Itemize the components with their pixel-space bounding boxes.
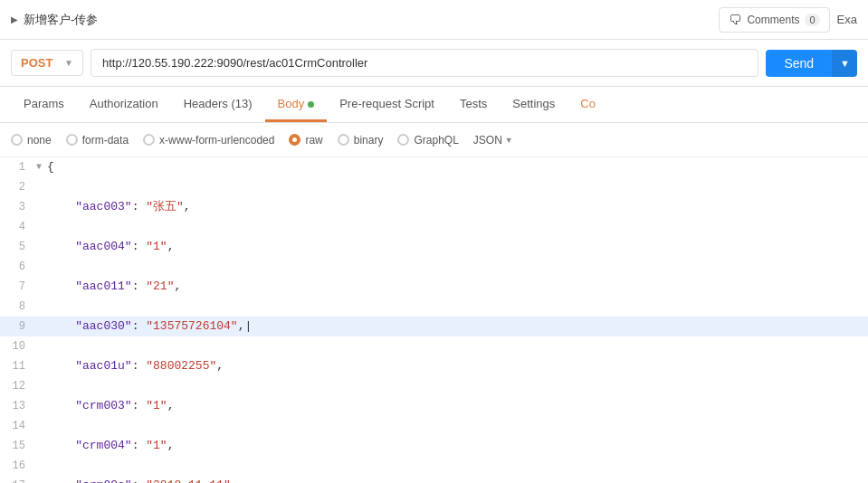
line-content-13: "crm003": "1", — [43, 396, 868, 416]
tab-tests[interactable]: Tests — [447, 88, 500, 122]
radio-raw[interactable]: raw — [289, 134, 322, 147]
json-colon: : — [132, 478, 147, 483]
line-number-6: 6 — [0, 257, 33, 277]
json-value: "13575726104" — [146, 319, 237, 333]
code-line-6: 6 — [0, 257, 868, 277]
line-content-3: "aac003": "张五", — [43, 197, 868, 217]
json-colon: : — [132, 279, 147, 293]
comments-label: Comments — [747, 14, 799, 26]
json-value: "2018-11-11" — [146, 478, 231, 483]
line-content-17: "crm00a": "2018-11-11", — [43, 476, 868, 483]
code-line-4: 4 — [0, 217, 868, 237]
code-line-12: 12 — [0, 376, 868, 396]
line-number-17: 17 — [0, 476, 33, 483]
comments-count-badge: 0 — [805, 14, 819, 26]
line-number-14: 14 — [0, 416, 33, 436]
code-line-5: 5 "aac004": "1", — [0, 237, 868, 257]
comments-icon: 🗨 — [729, 13, 741, 27]
json-format-dropdown[interactable]: JSON ▼ — [473, 134, 513, 147]
url-input[interactable] — [91, 49, 758, 77]
json-value: "1" — [146, 439, 167, 452]
tab-params[interactable]: Params — [11, 88, 77, 122]
tab-body[interactable]: Body — [265, 88, 328, 122]
radio-binary-label: binary — [354, 134, 384, 147]
radio-raw-circle — [289, 134, 300, 146]
code-line-14: 14 — [0, 416, 868, 436]
send-dropdown-button[interactable]: ▼ — [832, 50, 857, 77]
json-colon: : — [132, 240, 147, 253]
line-number-10: 10 — [0, 336, 33, 356]
line-content-11: "aac01u": "88002255", — [43, 356, 868, 376]
method-select[interactable]: POST ▼ — [11, 50, 83, 76]
code-line-9: 9 "aac030": "13575726104",| — [0, 317, 868, 336]
line-number-5: 5 — [0, 237, 33, 257]
radio-binary[interactable]: binary — [338, 134, 384, 147]
page-title: ▶ 新增客户-传参 — [11, 12, 98, 28]
line-toggle-1[interactable]: ▼ — [33, 157, 43, 177]
line-content-5: "aac004": "1", — [43, 237, 868, 257]
json-key: "aac011" — [75, 279, 131, 293]
code-editor[interactable]: 1▼{23 "aac003": "张五",45 "aac004": "1",67… — [0, 157, 868, 483]
line-number-1: 1 — [0, 157, 33, 177]
radio-urlencoded-circle — [143, 134, 155, 146]
json-value: "21" — [146, 279, 174, 293]
radio-form-data-label: form-data — [82, 134, 129, 147]
radio-form-data-circle — [66, 134, 78, 146]
code-line-16: 16 — [0, 456, 868, 476]
tab-body-label: Body — [278, 97, 305, 110]
code-line-11: 11 "aac01u": "88002255", — [0, 356, 868, 376]
radio-graphql-circle — [397, 134, 409, 146]
json-value: "88002255" — [146, 359, 216, 373]
line-number-13: 13 — [0, 396, 33, 416]
radio-none[interactable]: none — [11, 134, 52, 147]
code-line-7: 7 "aac011": "21", — [0, 277, 868, 297]
code-line-13: 13 "crm003": "1", — [0, 396, 868, 416]
tab-headers[interactable]: Headers (13) — [171, 88, 265, 122]
line-number-9: 9 — [0, 317, 33, 336]
json-value: "1" — [146, 399, 167, 412]
json-format-label: JSON — [473, 134, 502, 147]
radio-urlencoded[interactable]: x-www-form-urlencoded — [143, 134, 274, 147]
code-line-15: 15 "crm004": "1", — [0, 436, 868, 456]
code-line-17: 17 "crm00a": "2018-11-11", — [0, 476, 868, 483]
json-key: "aac030" — [75, 319, 131, 333]
code-line-3: 3 "aac003": "张五", — [0, 197, 868, 217]
line-content-1: { — [43, 157, 868, 177]
code-line-2: 2 — [0, 177, 868, 197]
method-chevron-icon: ▼ — [64, 58, 73, 68]
json-colon: : — [132, 399, 147, 412]
json-colon: : — [132, 200, 147, 213]
tab-co[interactable]: Co — [568, 88, 608, 122]
tabs-bar: Params Authorization Headers (13) Body P… — [0, 87, 868, 123]
url-bar: POST ▼ Send ▼ — [0, 40, 868, 87]
tab-settings[interactable]: Settings — [500, 88, 568, 122]
line-number-15: 15 — [0, 436, 33, 456]
json-key: "aac01u" — [75, 359, 131, 373]
body-options: none form-data x-www-form-urlencoded raw… — [0, 123, 868, 157]
tab-prerequest[interactable]: Pre-request Script — [327, 88, 447, 122]
title-text: 新增客户-传参 — [24, 12, 98, 28]
code-line-10: 10 — [0, 336, 868, 356]
json-open-brace: { — [47, 160, 54, 174]
line-number-8: 8 — [0, 297, 33, 317]
send-button[interactable]: Send — [766, 50, 832, 77]
json-key: "crm00a" — [75, 478, 131, 483]
radio-graphql-label: GraphQL — [414, 134, 458, 147]
json-value: "1" — [146, 240, 167, 253]
json-colon: : — [132, 359, 147, 373]
json-dropdown-icon: ▼ — [505, 136, 513, 145]
radio-form-data[interactable]: form-data — [66, 134, 129, 147]
body-active-dot — [308, 101, 314, 108]
top-bar-actions: 🗨 Comments 0 Exa — [719, 7, 857, 33]
radio-binary-circle — [338, 134, 349, 146]
text-cursor: | — [244, 319, 252, 333]
line-content-7: "aac011": "21", — [43, 277, 868, 297]
radio-raw-label: raw — [305, 134, 322, 147]
tab-authorization[interactable]: Authorization — [77, 88, 171, 122]
main-content: POST ▼ Send ▼ Params Authorization Heade… — [0, 40, 868, 483]
radio-graphql[interactable]: GraphQL — [397, 134, 458, 147]
radio-none-circle — [11, 134, 23, 146]
json-key: "crm003" — [75, 399, 131, 412]
line-content-15: "crm004": "1", — [43, 436, 868, 456]
comments-button[interactable]: 🗨 Comments 0 — [719, 7, 829, 33]
